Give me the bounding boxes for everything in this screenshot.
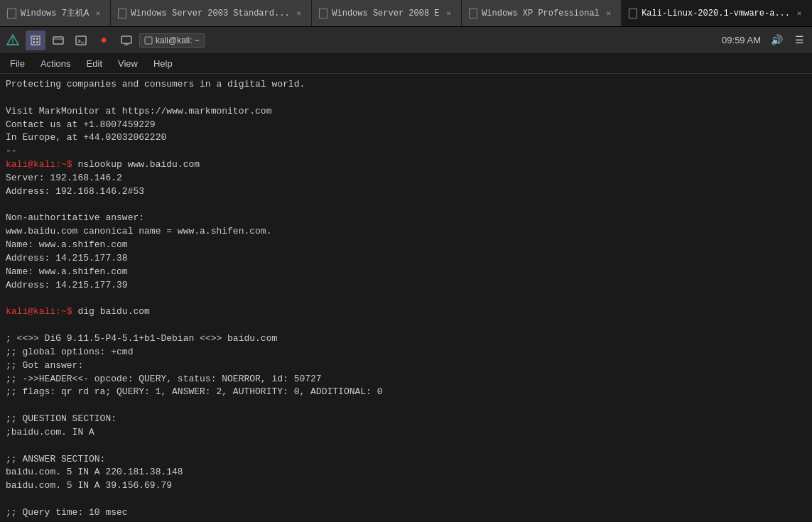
menu-file[interactable]: File <box>3 57 32 70</box>
terminal-line: Address: 14.215.177.38 <box>6 252 806 266</box>
terminal-line: ; <<>> DiG 9.11.5-P4-5.1+b1-Debian <<>> … <box>6 332 806 346</box>
terminal-button[interactable] <box>71 31 91 50</box>
terminal-line: ;; Query time: 10 msec <box>6 506 806 520</box>
tab-kali[interactable]: Kali-Linux-2020.1-vmware-a... ✕ <box>622 0 812 26</box>
svg-rect-14 <box>145 37 152 44</box>
terminal-area[interactable]: Protecting companies and consumers in a … <box>0 74 812 522</box>
tab-close-server2008[interactable]: ✕ <box>444 9 454 18</box>
kali-title: kali@kali: ~ <box>156 36 200 45</box>
tab-label-server2003: Windows Server 2003 Standard... <box>131 9 289 18</box>
terminal-line <box>6 199 806 212</box>
terminal-line <box>6 440 806 453</box>
terminal-line: ;; Got answer: <box>6 359 806 373</box>
tab-label-winxp: Windows XP Professional <box>482 9 600 18</box>
prompt-text: kali@kali:~$ <box>6 159 77 170</box>
terminal-line: kali@kali:~$ dig baidu.com <box>6 305 806 319</box>
terminal-line: Address: 192.168.146.2#53 <box>6 185 806 199</box>
browser-button[interactable] <box>48 31 68 50</box>
terminal-line: kali@kali:~$ nslookup www.baidu.com <box>6 158 806 172</box>
menu-bar: File Actions Edit View Help <box>0 54 812 74</box>
tab-close-windows7[interactable]: ✕ <box>93 9 103 18</box>
tab-icon-server2008 <box>319 9 328 18</box>
terminal-line: ;baidu.com. IN A <box>6 426 806 440</box>
svg-rect-9 <box>76 36 86 45</box>
command-text: nslookup www.baidu.com <box>77 159 200 170</box>
tab-label-kali: Kali-Linux-2020.1-vmware-a... <box>642 9 790 18</box>
terminal-line: ;; global options: +cmd <box>6 346 806 359</box>
terminal-line <box>6 319 806 332</box>
tab-label-server2008: Windows Server 2008 E <box>332 9 439 18</box>
settings-icon[interactable]: ☰ <box>789 31 809 50</box>
tab-close-winxp[interactable]: ✕ <box>604 9 614 18</box>
terminal-line: Name: www.a.shifen.com <box>6 239 806 252</box>
tab-icon-winxp <box>469 9 478 18</box>
terminal-line: Server: 192.168.146.2 <box>6 172 806 185</box>
command-text: dig baidu.com <box>77 306 149 317</box>
svg-rect-6 <box>36 41 38 43</box>
tab-close-server2003[interactable]: ✕ <box>294 9 304 18</box>
tab-close-kali[interactable]: ✕ <box>794 9 804 18</box>
terminal-line: Non-authoritative answer: <box>6 212 806 225</box>
monitor-button[interactable] <box>117 31 136 50</box>
prompt-text: kali@kali:~$ <box>6 306 77 317</box>
tab-icon-server2003 <box>118 9 126 18</box>
svg-rect-5 <box>33 41 35 43</box>
terminal-line: Visit MarkMonitor at https://www.markmon… <box>6 105 806 119</box>
kali-logo-button[interactable] <box>3 31 23 50</box>
terminal-line: baidu.com. 5 IN A 39.156.69.79 <box>6 479 806 493</box>
menu-view[interactable]: View <box>111 57 145 70</box>
tab-bar: Windows 7主机A ✕ Windows Server 2003 Stand… <box>0 0 812 27</box>
clock: 09:59 AM <box>722 35 761 45</box>
terminal-line: Contact us at +1.8007459229 <box>6 119 806 132</box>
kali-prompt-label: kali@kali: ~ <box>139 33 205 48</box>
svg-rect-4 <box>36 38 38 40</box>
top-taskbar: ● kali@kali: ~ 09:59 AM 🔊 ☰ <box>0 27 812 54</box>
terminal-line <box>6 399 806 413</box>
terminal-line: In Europe, at +44.02032062220 <box>6 131 806 145</box>
tab-winxp[interactable]: Windows XP Professional ✕ <box>462 0 622 26</box>
svg-rect-11 <box>121 36 131 43</box>
terminal-line <box>6 92 806 105</box>
terminal-line: ;; flags: qr rd ra; QUERY: 1, ANSWER: 2,… <box>6 386 806 399</box>
menu-edit[interactable]: Edit <box>80 57 109 70</box>
svg-rect-3 <box>33 38 35 40</box>
terminal-line <box>6 493 806 506</box>
menu-help[interactable]: Help <box>146 57 180 70</box>
audio-icon[interactable]: 🔊 <box>767 31 786 50</box>
menu-actions[interactable]: Actions <box>33 57 78 70</box>
terminal-line: -- <box>6 145 806 158</box>
tab-label-windows7: Windows 7主机A <box>21 7 89 19</box>
tab-server2008[interactable]: Windows Server 2008 E ✕ <box>312 0 462 26</box>
svg-rect-7 <box>53 37 63 44</box>
terminal-line: ;; ANSWER SECTION: <box>6 453 806 467</box>
red-button[interactable]: ● <box>94 31 114 50</box>
tab-icon-kali <box>629 9 637 18</box>
terminal-line: Name: www.a.shifen.com <box>6 266 806 279</box>
terminal-line: Protecting companies and consumers in a … <box>6 78 806 92</box>
terminal-line: ;; QUESTION SECTION: <box>6 413 806 426</box>
tab-windows7[interactable]: Windows 7主机A ✕ <box>0 0 111 26</box>
terminal-line: Address: 14.215.177.39 <box>6 279 806 293</box>
svg-rect-2 <box>31 36 40 45</box>
files-button[interactable] <box>26 31 45 50</box>
terminal-line <box>6 293 806 306</box>
terminal-line: www.baidu.com canonical name = www.a.shi… <box>6 225 806 239</box>
tab-icon-windows7 <box>7 9 16 18</box>
terminal-line: ;; ->>HEADER<<- opcode: QUERY, status: N… <box>6 373 806 386</box>
terminal-line: baidu.com. 5 IN A 220.181.38.148 <box>6 466 806 479</box>
tab-server2003[interactable]: Windows Server 2003 Standard... ✕ <box>111 0 311 26</box>
